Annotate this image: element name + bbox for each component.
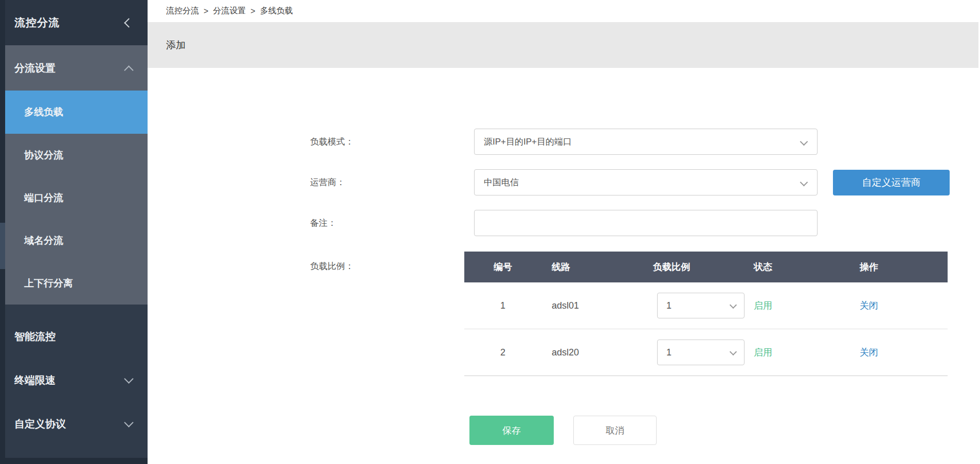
ratio-selected-value: 1 (666, 347, 672, 358)
sidebar-item-multiline-load[interactable]: 多线负载 (0, 91, 148, 134)
breadcrumb-item-multiline-load[interactable]: 多线负载 (260, 6, 293, 16)
sidebar-item-protocol-shunt[interactable]: 协议分流 (0, 134, 148, 176)
sidebar: 流控分流 分流设置 多线负载 协议分流 端口分流 域名分流 上下行分离 (0, 0, 148, 464)
app-window: 流控分流 分流设置 多线负载 协议分流 端口分流 域名分流 上下行分离 (0, 0, 980, 464)
table-header-row: 编号 线路 负载比例 状态 操作 (464, 252, 948, 282)
row-number: 2 (464, 347, 541, 358)
form-row-isp: 运营商： 中国电信 自定义运营商 (310, 169, 980, 195)
sidebar-item-label: 智能流控 (14, 330, 56, 344)
row-number: 1 (464, 300, 541, 311)
page-title: 添加 (166, 39, 186, 52)
remark-input[interactable] (474, 210, 818, 236)
save-button[interactable]: 保存 (469, 416, 554, 445)
breadcrumb-item-flow-control[interactable]: 流控分流 (166, 6, 199, 16)
sidebar-item-label: 分流设置 (14, 61, 56, 75)
load-mode-selected-value: 源IP+目的IP+目的端口 (484, 136, 572, 148)
breadcrumb-item-shunt-settings[interactable]: 分流设置 (213, 6, 246, 16)
sidebar-scrollbar-track[interactable] (0, 0, 5, 464)
sidebar-module-title[interactable]: 流控分流 (0, 0, 148, 45)
sidebar-item-shunt-settings[interactable]: 分流设置 (0, 45, 148, 91)
col-header-action: 操作 (822, 261, 948, 273)
sidebar-subitem-label: 端口分流 (24, 191, 63, 205)
row-action-cell: 关闭 (822, 299, 948, 312)
sidebar-item-smart-flow-control[interactable]: 智能流控 (0, 315, 148, 359)
main-content: 流控分流 > 分流设置 > 多线负载 添加 负载模式： 源IP+目的IP+目的端… (148, 0, 980, 464)
col-header-number: 编号 (464, 261, 541, 273)
sidebar-item-terminal-speed-limit[interactable]: 终端限速 (0, 359, 148, 402)
close-line-link[interactable]: 关闭 (860, 300, 878, 311)
sidebar-subitem-label: 多线负载 (24, 105, 63, 119)
col-header-ratio: 负载比例 (639, 261, 750, 273)
isp-selected-value: 中国电信 (484, 176, 519, 188)
sidebar-item-updown-split[interactable]: 上下行分离 (0, 262, 148, 305)
breadcrumb-separator: > (204, 7, 208, 16)
chevron-down-icon (800, 179, 808, 187)
status-enabled-toggle[interactable]: 启用 (754, 347, 772, 358)
chevron-down-icon (124, 418, 133, 427)
isp-label: 运营商： (310, 176, 474, 188)
breadcrumb: 流控分流 > 分流设置 > 多线负载 (148, 0, 980, 22)
row-ratio-cell: 1 (639, 293, 750, 318)
row-line-name: adsl20 (541, 347, 639, 358)
row-line-name: adsl01 (541, 300, 639, 311)
chevron-up-icon (124, 65, 133, 75)
add-form: 负载模式： 源IP+目的IP+目的端口 运营商： 中国电信 自定义运营商 备注： (148, 129, 980, 445)
row-status-cell: 启用 (750, 299, 822, 312)
ratio-selected-value: 1 (666, 300, 672, 311)
form-row-load-mode: 负载模式： 源IP+目的IP+目的端口 (310, 129, 980, 155)
table-row: 1 adsl01 1 启用 关闭 (464, 282, 948, 329)
chevron-down-icon (800, 138, 808, 146)
load-ratio-table: 编号 线路 负载比例 状态 操作 1 adsl01 1 (464, 252, 948, 376)
remark-label: 备注： (310, 217, 474, 229)
sidebar-item-custom-protocol[interactable]: 自定义协议 (0, 402, 148, 446)
col-header-status: 状态 (750, 261, 822, 273)
cancel-button[interactable]: 取消 (573, 416, 657, 445)
form-row-remark: 备注： (310, 210, 980, 236)
sidebar-item-port-shunt[interactable]: 端口分流 (0, 176, 148, 219)
sidebar-footer-strip (0, 458, 148, 464)
sidebar-subitem-label: 域名分流 (24, 234, 63, 247)
sidebar-subitem-label: 上下行分离 (24, 277, 73, 290)
load-mode-label: 负载模式： (310, 136, 474, 148)
row-action-cell: 关闭 (822, 346, 948, 359)
collapse-sidebar-icon[interactable] (124, 18, 133, 27)
form-row-load-ratio: 负载比例： 编号 线路 负载比例 状态 操作 1 adsl01 (305, 252, 980, 376)
ratio-select[interactable]: 1 (657, 340, 745, 365)
page-header-band: 添加 (148, 22, 978, 68)
form-actions: 保存 取消 (469, 416, 980, 445)
chevron-down-icon (730, 348, 737, 355)
load-mode-select[interactable]: 源IP+目的IP+目的端口 (474, 129, 818, 155)
sidebar-item-label: 自定义协议 (14, 417, 66, 431)
breadcrumb-separator: > (250, 7, 255, 16)
table-row: 2 adsl20 1 启用 关闭 (464, 329, 948, 376)
row-ratio-cell: 1 (639, 340, 750, 365)
chevron-down-icon (730, 301, 737, 309)
sidebar-scrollbar-thumb[interactable] (0, 223, 5, 269)
sidebar-subitem-label: 协议分流 (24, 149, 63, 162)
ratio-select[interactable]: 1 (657, 293, 745, 318)
chevron-down-icon (124, 374, 133, 383)
sidebar-lower-items: 智能流控 终端限速 自定义协议 (0, 305, 148, 446)
close-line-link[interactable]: 关闭 (860, 347, 878, 358)
isp-select[interactable]: 中国电信 (474, 169, 818, 195)
sidebar-module-title-label: 流控分流 (14, 15, 60, 30)
col-header-line: 线路 (541, 261, 639, 273)
sidebar-item-domain-shunt[interactable]: 域名分流 (0, 219, 148, 262)
sidebar-group-shunt-settings: 分流设置 多线负载 协议分流 端口分流 域名分流 上下行分离 (0, 45, 148, 305)
sidebar-item-label: 终端限速 (14, 373, 56, 387)
load-ratio-label: 负载比例： (305, 252, 464, 272)
row-status-cell: 启用 (750, 346, 822, 359)
custom-isp-button[interactable]: 自定义运营商 (833, 170, 950, 195)
status-enabled-toggle[interactable]: 启用 (754, 300, 772, 311)
